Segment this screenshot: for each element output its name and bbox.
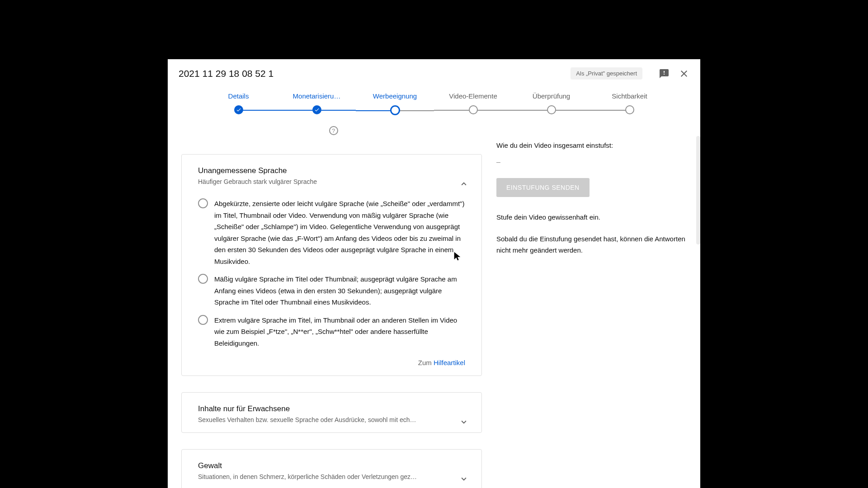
radio-icon	[198, 315, 208, 325]
step-label: Video-Elemente	[434, 92, 512, 100]
step-ad-suitability[interactable]: Werbeeignung	[356, 92, 434, 115]
step-video-elements[interactable]: Video-Elemente	[434, 92, 512, 115]
step-label: Überprüfung	[512, 92, 590, 100]
help-icon[interactable]: ?	[329, 126, 338, 135]
option-text: Abgekürzte, zensierte oder leicht vulgär…	[214, 198, 465, 267]
card-title: Gewalt	[198, 461, 465, 470]
step-label: Werbeeignung	[356, 92, 434, 100]
rating-info-2: Sobald du die Einstufung gesendet hast, …	[496, 233, 687, 256]
rating-value: –	[496, 158, 687, 166]
feedback-icon[interactable]	[659, 68, 670, 79]
dialog-title: 2021 11 29 18 08 52 1	[179, 68, 571, 79]
card-subtitle: Häufiger Gebrauch stark vulgärer Sprache	[198, 178, 442, 185]
card-subtitle: Sexuelles Verhalten bzw. sexuelle Sprach…	[198, 416, 442, 423]
stepper: Details Monetarisieru… Werbeeignung Vide…	[168, 88, 700, 126]
card-adult[interactable]: Inhalte nur für Erwachsene Sexuelles Ver…	[181, 392, 482, 433]
option-mild-language[interactable]: Abgekürzte, zensierte oder leicht vulgär…	[198, 198, 465, 267]
step-review[interactable]: Überprüfung	[512, 92, 590, 115]
card-violence[interactable]: Gewalt Situationen, in denen Schmerz, kö…	[181, 449, 482, 488]
card-title: Inhalte nur für Erwachsene	[198, 404, 465, 413]
privacy-badge: Als „Privat" gespeichert	[571, 67, 642, 80]
help-article-link[interactable]: Hilfeartikel	[434, 359, 465, 366]
chevron-down-icon[interactable]	[459, 474, 469, 484]
option-moderate-language[interactable]: Mäßig vulgäre Sprache im Titel oder Thum…	[198, 273, 465, 308]
rating-info-1: Stufe dein Video gewissenhaft ein.	[496, 211, 687, 223]
step-label: Sichtbarkeit	[590, 92, 669, 100]
close-icon[interactable]	[679, 68, 689, 79]
rating-summary-title: Wie du dein Video insgesamt einstufst:	[496, 141, 687, 149]
scrollbar[interactable]	[696, 136, 700, 244]
step-label: Details	[199, 92, 278, 100]
option-text: Extrem vulgäre Sprache im Titel, im Thum…	[214, 314, 465, 349]
step-monetization[interactable]: Monetarisieru…	[278, 92, 356, 115]
chevron-up-icon[interactable]	[459, 179, 469, 189]
help-article-row: Zum Hilfeartikel	[198, 359, 465, 366]
step-visibility[interactable]: Sichtbarkeit	[590, 92, 669, 115]
option-extreme-language[interactable]: Extrem vulgäre Sprache im Titel, im Thum…	[198, 314, 465, 349]
step-label: Monetarisieru…	[278, 92, 356, 100]
chevron-down-icon[interactable]	[459, 417, 469, 427]
option-text: Mäßig vulgäre Sprache im Titel oder Thum…	[214, 273, 465, 308]
radio-icon	[198, 274, 208, 284]
step-details[interactable]: Details	[199, 92, 278, 115]
card-language: Unangemessene Sprache Häufiger Gebrauch …	[181, 154, 482, 376]
send-rating-button[interactable]: EINSTUFUNG SENDEN	[496, 178, 590, 197]
section-help-row: ?	[181, 126, 482, 138]
card-title: Unangemessene Sprache	[198, 166, 465, 175]
card-subtitle: Situationen, in denen Schmerz, körperlic…	[198, 473, 442, 480]
radio-icon	[198, 198, 208, 208]
